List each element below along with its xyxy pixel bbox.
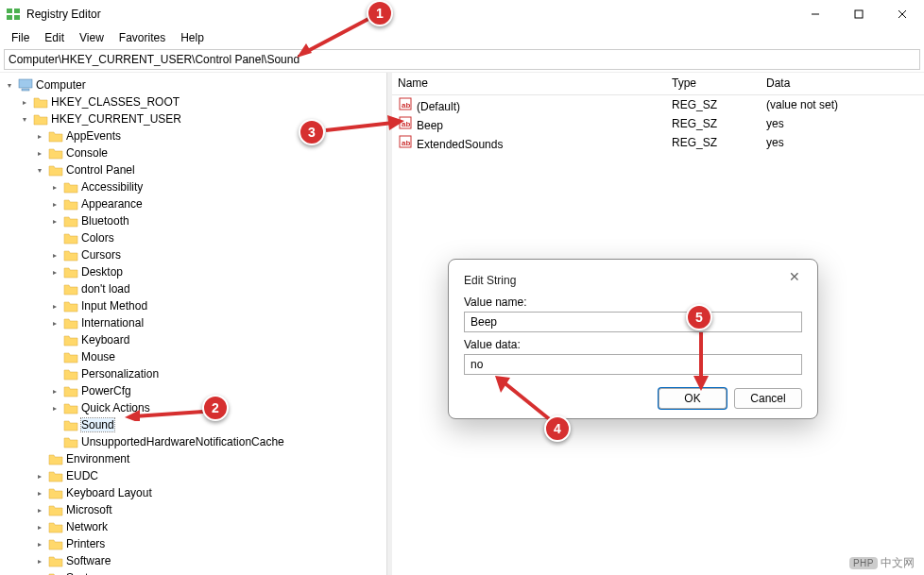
tree-control-panel[interactable]: ▾Control Panel [34, 161, 386, 178]
tree-item[interactable]: don't load [49, 280, 386, 297]
tree-item[interactable]: ▸Appearance [49, 195, 386, 212]
list-row[interactable]: abExtendedSounds REG_SZ yes [392, 133, 924, 152]
chevron-right-icon[interactable]: ▸ [49, 300, 60, 312]
chevron-right-icon[interactable]: ▸ [49, 198, 60, 210]
tree-item-label: Printers [66, 537, 105, 550]
cell: ExtendedSounds [417, 138, 503, 151]
tree-item-label: Software [66, 554, 111, 567]
tree-item[interactable]: ▸Bluetooth [49, 212, 386, 229]
window-title: Registry Editor [26, 8, 794, 21]
chevron-right-icon[interactable]: ▸ [49, 215, 60, 227]
menu-help[interactable]: Help [173, 29, 212, 46]
value-data-input[interactable] [464, 354, 802, 375]
chevron-right-icon[interactable]: ▸ [34, 130, 45, 142]
chevron-right-icon[interactable]: ▸ [49, 181, 60, 193]
menu-view[interactable]: View [72, 29, 111, 46]
chevron-right-icon[interactable]: ▸ [19, 96, 30, 108]
column-header-type[interactable]: Type [666, 73, 761, 94]
tree-item-label: Accessibility [81, 180, 143, 194]
list-row[interactable]: abBeep REG_SZ yes [392, 114, 924, 133]
chevron-right-icon[interactable]: ▸ [34, 147, 45, 159]
tree-item-label: Bluetooth [81, 214, 129, 228]
close-button[interactable] [881, 0, 924, 28]
tree-item[interactable]: Colors [49, 229, 386, 246]
tree-item-label: EUDC [66, 469, 98, 482]
spacer [49, 419, 60, 431]
tree-item[interactable]: ▸Accessibility [49, 178, 386, 195]
tree-item[interactable]: ▸Input Method [49, 297, 386, 314]
folder-open-icon [48, 163, 63, 177]
chevron-right-icon[interactable]: ▸ [49, 402, 60, 414]
chevron-down-icon[interactable]: ▾ [19, 113, 30, 125]
string-value-icon: ab [398, 115, 413, 130]
folder-icon [48, 520, 63, 533]
tree-item[interactable]: ▸International [49, 314, 386, 331]
cell: yes [761, 136, 924, 149]
chevron-right-icon[interactable]: ▸ [49, 249, 60, 261]
folder-icon [48, 452, 63, 465]
tree-item[interactable]: ▸Printers [34, 535, 386, 552]
folder-icon [63, 265, 78, 279]
chevron-right-icon[interactable]: ▸ [49, 385, 60, 397]
svg-text:ab: ab [402, 139, 410, 147]
value-name-input[interactable] [464, 312, 802, 332]
tree-item[interactable]: ▸Software [34, 552, 386, 569]
tree-item[interactable]: ▸System [34, 569, 386, 575]
tree-item[interactable]: ▸Console [34, 144, 386, 161]
value-name-label: Value name: [464, 296, 802, 309]
tree-item[interactable]: ▸EUDC [34, 467, 386, 484]
tree-item[interactable]: ▸AppEvents [34, 127, 386, 144]
chevron-right-icon[interactable]: ▸ [49, 317, 60, 329]
spacer [49, 351, 60, 363]
tree-item[interactable]: ▸Microsoft [34, 501, 386, 518]
folder-icon [63, 248, 78, 262]
chevron-right-icon[interactable]: ▸ [34, 521, 45, 533]
chevron-right-icon[interactable]: ▸ [34, 487, 45, 499]
menu-edit[interactable]: Edit [37, 29, 72, 46]
chevron-right-icon[interactable]: ▸ [34, 504, 45, 516]
tree-item[interactable]: Mouse [49, 348, 386, 365]
folder-icon [63, 197, 78, 211]
minimize-button[interactable] [794, 0, 837, 28]
column-header-name[interactable]: Name [392, 73, 666, 94]
cancel-button[interactable]: Cancel [734, 388, 802, 409]
folder-icon [48, 554, 63, 567]
menu-bar: File Edit View Favorites Help [0, 28, 924, 47]
chevron-down-icon[interactable]: ▾ [4, 79, 15, 91]
chevron-right-icon[interactable]: ▸ [34, 555, 45, 567]
address-bar[interactable]: Computer\HKEY_CURRENT_USER\Control Panel… [4, 49, 920, 70]
tree-item[interactable]: ▸Desktop [49, 263, 386, 280]
dialog-close-button[interactable]: ✕ [781, 267, 808, 286]
chevron-right-icon[interactable]: ▸ [34, 538, 45, 550]
tree-item-label: HKEY_CLASSES_ROOT [51, 95, 180, 109]
chevron-down-icon[interactable]: ▾ [34, 164, 45, 176]
svg-text:ab: ab [402, 101, 410, 110]
tree-item[interactable]: Keyboard [49, 331, 386, 348]
spacer [49, 368, 60, 380]
svg-rect-8 [19, 79, 32, 88]
tree-item-label: PowerCfg [81, 384, 131, 397]
computer-icon [18, 78, 33, 92]
string-value-icon: ab [398, 134, 413, 149]
column-header-data[interactable]: Data [761, 73, 924, 94]
tree-item[interactable]: ▸Cursors [49, 246, 386, 263]
folder-icon [48, 537, 63, 550]
tree-pane[interactable]: ▾ Computer ▸HKEY_CLASSES_ROOT ▾HKEY_CURR… [0, 73, 387, 575]
tree-root-computer[interactable]: ▾ Computer [4, 76, 386, 93]
tree-item[interactable]: UnsupportedHardwareNotificationCache [49, 433, 386, 450]
window-controls [794, 0, 924, 28]
list-row[interactable]: ab(Default) REG_SZ (value not set) [392, 95, 924, 114]
tree-item[interactable]: ▸Keyboard Layout [34, 484, 386, 501]
menu-file[interactable]: File [4, 29, 37, 46]
tree-item[interactable]: Personalization [49, 365, 386, 382]
tree-item[interactable]: Environment [34, 450, 386, 467]
tree-item[interactable]: ▸Network [34, 518, 386, 535]
tree-hkcr[interactable]: ▸HKEY_CLASSES_ROOT [19, 93, 386, 110]
ok-button[interactable]: OK [659, 388, 727, 409]
maximize-button[interactable] [837, 0, 881, 28]
chevron-right-icon[interactable]: ▸ [34, 470, 45, 482]
tree-item-label: Console [66, 146, 108, 160]
chevron-right-icon[interactable]: ▸ [49, 266, 60, 278]
tree-hkcu[interactable]: ▾HKEY_CURRENT_USER [19, 110, 386, 127]
menu-favorites[interactable]: Favorites [111, 29, 173, 46]
